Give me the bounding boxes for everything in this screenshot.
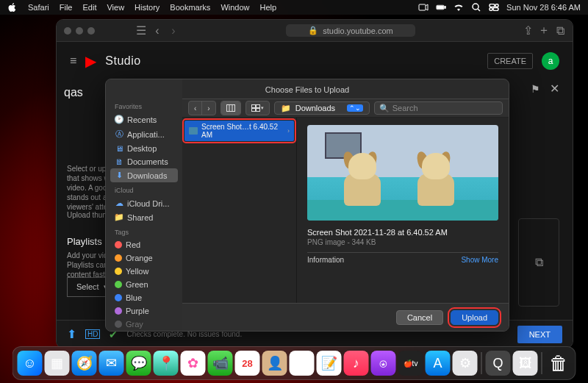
nav-forward-button[interactable]: › (201, 101, 215, 115)
sidebar-toggle-icon[interactable]: ☰ (136, 26, 146, 36)
battery-icon[interactable] (436, 2, 446, 12)
file-column: Screen Shot…t 6.40.52 AM › (182, 118, 297, 303)
hamburger-icon[interactable]: ≡ (70, 54, 76, 68)
forward-icon[interactable]: › (168, 26, 179, 36)
dock-music-icon[interactable]: ♪ (344, 351, 369, 376)
dock-messages-icon[interactable]: 💬 (126, 351, 151, 376)
close-dialog-icon[interactable]: ✕ (550, 82, 559, 96)
tags-header: Tags (110, 224, 178, 238)
preview-column: Screen Shot 2021-11-28 at 6.40.52 AM PNG… (297, 118, 509, 303)
menu-window[interactable]: Window (220, 3, 249, 12)
video-status-icon[interactable] (418, 2, 429, 12)
sidebar-item-applications[interactable]: ⒶApplicati... (110, 126, 178, 142)
show-more-link[interactable]: Show More (461, 256, 498, 264)
menu-history[interactable]: History (135, 3, 159, 12)
file-meta: PNG image - 344 KB (307, 238, 498, 246)
close-window-button[interactable] (64, 27, 71, 35)
sidebar-item-downloads[interactable]: ⬇Downloads (110, 168, 178, 182)
file-open-sheet: Choose Files to Upload Favorites 🕑Recent… (105, 79, 509, 332)
copy-link-icon[interactable]: ⧉ (535, 256, 543, 269)
file-name-short: Screen Shot…t 6.40.52 AM (201, 123, 284, 139)
tag-purple[interactable]: Purple (110, 304, 178, 318)
sidebar-item-desktop[interactable]: 🖥Desktop (110, 142, 178, 155)
zoom-window-button[interactable] (87, 27, 95, 35)
dock-contacts-icon[interactable]: 👤 (262, 351, 287, 376)
menubar-clock[interactable]: Sun Nov 28 6:46 AM (506, 3, 581, 12)
spotlight-icon[interactable] (471, 2, 481, 12)
sidebar-item-shared[interactable]: 📁Shared (110, 210, 178, 224)
dock-photos-icon[interactable]: ✿ (181, 351, 206, 376)
address-bar[interactable]: 🔒 studio.youtube.com (286, 24, 415, 37)
folder-icon: 📁 (281, 104, 291, 113)
tabs-icon[interactable]: ⧉ (555, 26, 565, 36)
tag-green[interactable]: Green (110, 278, 178, 291)
upload-button[interactable]: Upload (451, 310, 498, 325)
control-center-icon[interactable] (489, 2, 499, 12)
window-controls[interactable] (64, 27, 95, 35)
dock-maps-icon[interactable]: 📍 (154, 351, 179, 376)
cancel-button[interactable]: Cancel (396, 310, 443, 325)
dock-reminders-icon[interactable]: ☑ (290, 351, 315, 376)
cloud-icon: ☁ (115, 198, 123, 208)
tag-dot-icon (115, 268, 122, 275)
youtube-studio-label: Studio (105, 54, 140, 68)
account-avatar[interactable]: a (542, 52, 559, 70)
menu-view[interactable]: View (107, 3, 124, 12)
share-icon[interactable]: ⇪ (523, 26, 533, 36)
view-columns-button[interactable] (221, 101, 240, 115)
sidebar-item-documents[interactable]: 🗎Documents (110, 155, 178, 168)
dock: ☺▦🧭✉💬📍✿📹28👤☑📝♪⍟🍎tvA⚙Q🖼🗑 (12, 346, 576, 380)
tag-gray[interactable]: Gray (110, 318, 178, 331)
sheet-button-bar: Cancel Upload (182, 303, 509, 331)
dock-podcasts-icon[interactable]: ⍟ (371, 351, 396, 376)
minimize-window-button[interactable] (76, 27, 83, 35)
dock-settings-icon[interactable]: ⚙ (453, 351, 478, 376)
dock-finder-icon[interactable]: ☺ (18, 351, 43, 376)
group-button[interactable]: ▾ (246, 101, 269, 115)
app-name[interactable]: Safari (28, 3, 49, 12)
tag-red[interactable]: Red (110, 238, 178, 251)
new-tab-icon[interactable]: ＋ (539, 26, 549, 36)
svg-rect-13 (256, 109, 259, 112)
feedback-icon[interactable]: ⚑ (531, 83, 540, 95)
wifi-icon[interactable] (453, 2, 464, 12)
menu-edit[interactable]: Edit (82, 3, 96, 12)
tag-blue[interactable]: Blue (110, 291, 178, 304)
upload-status-icon: ⬆ (67, 327, 76, 341)
sidebar-item-recents[interactable]: 🕑Recents (110, 112, 178, 126)
tag-orange[interactable]: Orange (110, 251, 178, 265)
svg-rect-2 (445, 7, 445, 9)
menu-help[interactable]: Help (260, 3, 277, 12)
dock-tv-icon[interactable]: 🍎tv (398, 351, 423, 376)
dock-calendar-icon[interactable]: 28 (235, 351, 260, 376)
dock-trash-icon[interactable]: 🗑 (546, 351, 571, 376)
tag-yellow[interactable]: Yellow (110, 265, 178, 278)
menu-file[interactable]: File (60, 3, 73, 12)
dock-preview-icon[interactable]: 🖼 (513, 351, 538, 376)
dock-mail-icon[interactable]: ✉ (99, 351, 124, 376)
sidebar-item-icloud-drive[interactable]: ☁iCloud Dri... (110, 196, 178, 210)
next-button[interactable]: NEXT (517, 326, 562, 343)
nav-back-button[interactable]: ‹ (189, 101, 201, 115)
channel-name: qas (64, 86, 101, 99)
location-popup[interactable]: 📁 Downloads ⌃⌄ (274, 101, 370, 115)
tag-dot-icon (115, 254, 122, 262)
search-input[interactable]: 🔍 Search (374, 101, 503, 115)
dock-safari-icon[interactable]: 🧭 (72, 351, 97, 376)
menu-bookmarks[interactable]: Bookmarks (170, 3, 210, 12)
dock-facetime-icon[interactable]: 📹 (208, 351, 233, 376)
apple-menu-icon[interactable] (7, 2, 18, 12)
create-button[interactable]: CREATE (487, 53, 533, 69)
desktop-icon: 🖥 (115, 144, 123, 153)
file-row-selected[interactable]: Screen Shot…t 6.40.52 AM › (184, 121, 294, 141)
youtube-header: ≡ ▶ Studio CREATE a (57, 46, 573, 76)
dock-launchpad-icon[interactable]: ▦ (45, 351, 70, 376)
dock-notes-icon[interactable]: 📝 (317, 351, 342, 376)
dock-quicktime-icon[interactable]: Q (486, 351, 511, 376)
youtube-logo-icon[interactable]: ▶ (85, 52, 96, 70)
back-icon[interactable]: ‹ (152, 26, 162, 36)
svg-point-4 (473, 4, 478, 10)
chevron-right-icon: › (287, 127, 290, 135)
svg-point-6 (495, 4, 498, 7)
dock-appstore-icon[interactable]: A (426, 351, 451, 376)
